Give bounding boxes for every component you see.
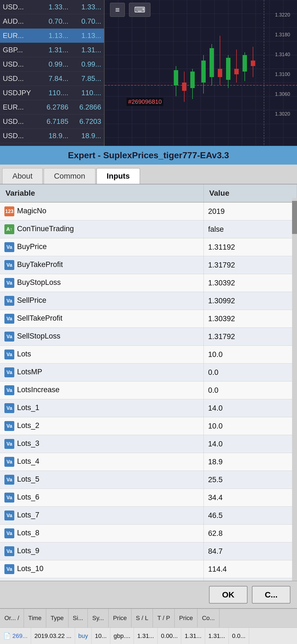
trade-col7: 0.00...	[158, 628, 181, 644]
market-row[interactable]: USD... 1.33... 1.33...	[0, 0, 104, 14]
status-col2: Time	[24, 609, 46, 627]
var-icon: Va	[4, 546, 14, 556]
chart-panel: ≡ ⌨ #269096810	[105, 0, 297, 146]
market-symbol: USD...	[3, 132, 35, 140]
var-icon: 123	[4, 206, 14, 216]
val-cell: 1.30392	[204, 310, 297, 328]
table-row[interactable]: VaSellTakeProfit1.30392	[0, 310, 297, 328]
action-bar: OK C...	[0, 581, 297, 608]
var-icon: Va	[4, 528, 14, 538]
market-list: USD... 1.33... 1.33... AUD... 0.70... 0.…	[0, 0, 105, 146]
var-cell: VaSellTakeProfit	[0, 310, 204, 328]
table-row[interactable]: VaLotsMP0.0	[0, 364, 297, 381]
market-row[interactable]: USD... 18.9... 18.9...	[0, 129, 104, 143]
keyboard-button[interactable]: ⌨	[129, 3, 150, 17]
trade-col5: gbp....	[110, 628, 134, 644]
tab-inputs[interactable]: Inputs	[97, 168, 140, 184]
market-price2: 1.31...	[68, 46, 101, 54]
table-row[interactable]: VaLots_418.9	[0, 453, 297, 471]
var-icon: Va	[4, 350, 14, 359]
tab-about[interactable]: About	[2, 168, 43, 184]
val-cell: 154.5	[204, 578, 297, 581]
status-col8: T / P	[153, 609, 175, 627]
trade-col1: 📄 269...	[0, 628, 31, 644]
var-cell: VaLots_10	[0, 560, 204, 578]
params-table: Variable Value 123MagicNo2019A↑ConTinueT…	[0, 184, 297, 581]
table-container[interactable]: Variable Value 123MagicNo2019A↑ConTinueT…	[0, 184, 297, 581]
chart-area: USD... 1.33... 1.33... AUD... 0.70... 0.…	[0, 0, 297, 146]
table-row[interactable]: VaLots_314.0	[0, 435, 297, 453]
status-col10: Co...	[197, 609, 219, 627]
table-row[interactable]: VaLots_114.0	[0, 399, 297, 417]
market-symbol: USD...	[3, 74, 35, 83]
table-row[interactable]: VaLots_525.5	[0, 471, 297, 489]
val-cell: 14.0	[204, 435, 297, 453]
var-icon: Va	[4, 403, 14, 413]
market-price1: 0.99...	[35, 60, 68, 69]
market-row[interactable]: USD... 7.84... 7.85...	[0, 72, 104, 86]
table-scrollbar[interactable]	[292, 198, 297, 581]
col-variable-header: Variable	[0, 184, 204, 202]
trade-col4: 10...	[92, 628, 110, 644]
market-row[interactable]: USD... 0.99... 0.99...	[0, 57, 104, 72]
trade-col8: 1.31...	[181, 628, 205, 644]
market-price1: 6.7185	[35, 117, 68, 126]
market-row[interactable]: USD... 6.7185 6.7203	[0, 114, 104, 129]
ok-button[interactable]: OK	[209, 586, 248, 604]
market-symbol: AUD...	[3, 17, 35, 26]
table-row[interactable]: VaLots_862.8	[0, 525, 297, 542]
market-price2: 1.13...	[68, 31, 101, 40]
table-row[interactable]: VaLots10.0	[0, 346, 297, 364]
table-row[interactable]: VaBuyStopLoss1.30392	[0, 274, 297, 292]
var-cell: VaLots_3	[0, 435, 204, 453]
market-row[interactable]: USDJPY 110.... 110....	[0, 86, 104, 100]
table-row[interactable]: VaBuyPrice1.31192	[0, 238, 297, 256]
val-cell: 84.7	[204, 542, 297, 560]
market-price1: 110....	[35, 89, 68, 97]
table-row[interactable]: VaLots_10114.4	[0, 560, 297, 578]
table-row[interactable]: VaLots_984.7	[0, 542, 297, 560]
table-row[interactable]: VaLots_634.4	[0, 489, 297, 507]
market-price2: 18.9...	[68, 132, 101, 140]
market-symbol: USD...	[3, 117, 35, 126]
table-row[interactable]: VaLots_746.5	[0, 507, 297, 525]
var-cell: VaLots_5	[0, 471, 204, 489]
val-cell: 1.31192	[204, 238, 297, 256]
market-price1: 1.33...	[35, 3, 68, 11]
market-row[interactable]: AUD... 0.70... 0.70...	[0, 14, 104, 29]
table-row[interactable]: VaSellPrice1.30992	[0, 292, 297, 310]
market-price2: 7.85...	[68, 74, 101, 83]
status-col1: Or... /	[0, 609, 24, 627]
market-row[interactable]: EUR... 1.13... 1.13...	[0, 29, 104, 43]
var-icon: Va	[4, 493, 14, 503]
market-row[interactable]: EUR... 6.2786 6.2866	[0, 100, 104, 114]
table-scrollbar-thumb[interactable]	[292, 201, 297, 234]
var-icon: Va	[4, 260, 14, 270]
table-row[interactable]: VaLots_210.0	[0, 417, 297, 435]
var-icon: Va	[4, 296, 14, 306]
market-symbol: USD...	[3, 3, 35, 11]
var-cell: VaSellStopLoss	[0, 328, 204, 346]
table-row[interactable]: 123MagicNo2019	[0, 202, 297, 220]
table-row[interactable]: VaBuyTakeProfit1.31792	[0, 256, 297, 274]
var-cell: VaLots_1	[0, 399, 204, 417]
market-price2: 0.99...	[68, 60, 101, 69]
market-price1: 6.2786	[35, 103, 68, 111]
status-bar: Or... / Time Type Si... Sy... Price S / …	[0, 608, 297, 627]
table-row[interactable]: VaLots_11154.5	[0, 578, 297, 581]
market-row[interactable]: GBP... 1.31... 1.31...	[0, 43, 104, 57]
table-row[interactable]: A↑ConTinueTradingfalse	[0, 220, 297, 238]
val-cell: 1.31792	[204, 328, 297, 346]
var-icon: Va	[4, 564, 14, 574]
table-row[interactable]: VaLotsIncrease0.0	[0, 381, 297, 399]
cancel-button[interactable]: C...	[252, 586, 290, 604]
var-cell: VaLotsIncrease	[0, 381, 204, 399]
table-row[interactable]: VaSellStopLoss1.31792	[0, 328, 297, 346]
market-price2: 1.33...	[68, 3, 101, 11]
tabs-bar: AboutCommonInputs	[0, 165, 297, 184]
val-cell: 34.4	[204, 489, 297, 507]
menu-button[interactable]: ≡	[110, 3, 125, 17]
tab-common[interactable]: Common	[44, 168, 95, 184]
var-cell: 123MagicNo	[0, 202, 204, 220]
val-cell: 10.0	[204, 417, 297, 435]
